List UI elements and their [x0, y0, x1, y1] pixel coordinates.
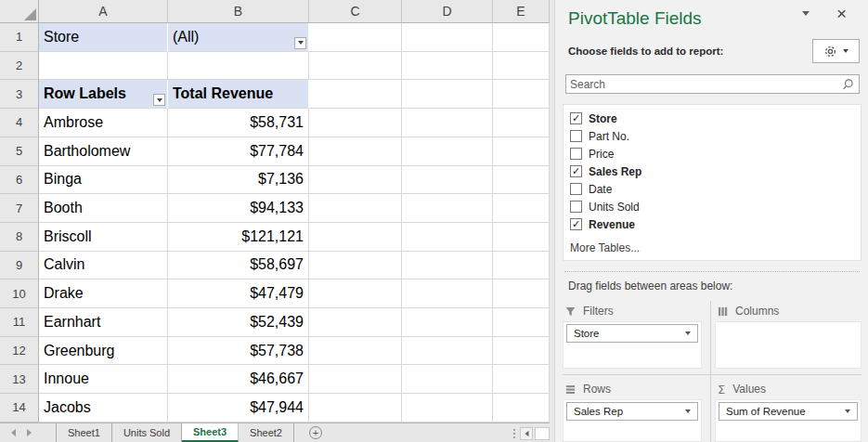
- row-header[interactable]: 4: [0, 109, 39, 137]
- cell-c6[interactable]: [309, 166, 402, 195]
- cell-a5[interactable]: Bartholomew: [39, 137, 168, 166]
- tools-button[interactable]: [812, 39, 860, 63]
- cell-a14[interactable]: Jacobs: [39, 394, 168, 422]
- cell-b4[interactable]: $58,731: [168, 109, 309, 137]
- filters-drop-zone[interactable]: Store: [563, 321, 702, 369]
- field-row-sales-rep[interactable]: Sales Rep: [564, 162, 861, 180]
- checkbox-icon[interactable]: [570, 148, 582, 160]
- checkbox-icon[interactable]: [570, 218, 582, 230]
- row-header[interactable]: 2: [0, 52, 39, 81]
- values-field-sum-of-revenue[interactable]: Sum of Revenue: [719, 402, 858, 421]
- cell-e3[interactable]: [493, 80, 550, 109]
- cell-d2[interactable]: [402, 52, 493, 81]
- cell-d12[interactable]: [402, 337, 493, 366]
- cell-e14[interactable]: [493, 394, 550, 422]
- cell-e11[interactable]: [493, 308, 550, 337]
- row-labels-filter-button[interactable]: [153, 94, 165, 106]
- field-search-box[interactable]: [565, 74, 860, 94]
- cell-c5[interactable]: [309, 137, 402, 166]
- row-header[interactable]: 12: [0, 337, 39, 366]
- new-sheet-icon[interactable]: +: [309, 426, 322, 439]
- cell-c1[interactable]: [309, 23, 402, 52]
- cell-e10[interactable]: [493, 280, 550, 308]
- prev-sheet-icon[interactable]: [11, 429, 16, 436]
- cell-a9[interactable]: Calvin: [39, 252, 168, 280]
- cell-e4[interactable]: [493, 109, 550, 137]
- row-header[interactable]: 14: [0, 394, 39, 422]
- cell-c3[interactable]: [309, 80, 402, 109]
- rows-field-sales-rep[interactable]: Sales Rep: [566, 402, 698, 421]
- column-header-c[interactable]: C: [309, 0, 402, 23]
- column-header-a[interactable]: A: [39, 0, 168, 23]
- cell-a8[interactable]: Briscoll: [39, 223, 168, 252]
- column-header-d[interactable]: D: [402, 0, 493, 23]
- field-row-units-sold[interactable]: Units Sold: [564, 198, 861, 215]
- cell-d6[interactable]: [402, 166, 493, 195]
- cell-d4[interactable]: [402, 109, 493, 137]
- more-tables-link[interactable]: More Tables...: [564, 241, 861, 254]
- cell-a2[interactable]: [39, 52, 168, 81]
- horizontal-scrollbar[interactable]: [535, 427, 550, 440]
- cell-b12[interactable]: $57,738: [168, 337, 309, 366]
- cell-a7[interactable]: Booth: [39, 194, 168, 223]
- cell-d3[interactable]: [402, 80, 493, 109]
- cell-b1-all[interactable]: (All): [168, 23, 309, 52]
- cell-b9[interactable]: $58,697: [168, 252, 309, 280]
- field-row-part-no[interactable]: Part No.: [564, 127, 861, 145]
- checkbox-icon[interactable]: [570, 201, 582, 213]
- cell-a1-store[interactable]: Store: [39, 23, 168, 52]
- select-all-corner[interactable]: [0, 0, 39, 23]
- row-header[interactable]: 7: [0, 194, 39, 223]
- row-header[interactable]: 9: [0, 252, 39, 280]
- field-row-revenue[interactable]: Revenue: [564, 215, 861, 233]
- cell-d1[interactable]: [402, 23, 493, 52]
- cell-c11[interactable]: [309, 308, 402, 337]
- row-header[interactable]: 1: [0, 23, 39, 52]
- search-input[interactable]: [566, 78, 841, 91]
- cell-d11[interactable]: [402, 308, 493, 337]
- cell-b7[interactable]: $94,133: [168, 194, 309, 223]
- row-header[interactable]: 10: [0, 280, 39, 308]
- cell-b5[interactable]: $77,784: [168, 137, 309, 166]
- cell-e1[interactable]: [493, 23, 550, 52]
- cell-c8[interactable]: [309, 223, 402, 252]
- cell-d10[interactable]: [402, 280, 493, 308]
- cell-a3-row-labels[interactable]: Row Labels: [39, 80, 168, 109]
- cell-c14[interactable]: [309, 394, 402, 422]
- cell-b10[interactable]: $47,479: [168, 280, 309, 308]
- cell-e6[interactable]: [493, 166, 550, 195]
- sheet-tab-sheet2[interactable]: Sheet2: [239, 423, 294, 442]
- cell-a4[interactable]: Ambrose: [39, 109, 168, 137]
- cell-a6[interactable]: Binga: [39, 166, 168, 195]
- cell-d7[interactable]: [402, 194, 493, 223]
- checkbox-icon[interactable]: [570, 183, 582, 195]
- column-header-b[interactable]: B: [168, 0, 309, 23]
- sheet-tab-sheet1[interactable]: Sheet1: [56, 423, 112, 442]
- cell-d9[interactable]: [402, 252, 493, 280]
- cell-a13[interactable]: Innoue: [39, 365, 168, 394]
- cell-c4[interactable]: [309, 109, 402, 137]
- rows-drop-zone[interactable]: Sales Rep: [563, 399, 702, 442]
- column-header-e[interactable]: E: [493, 0, 550, 23]
- hscroll-left-icon[interactable]: [520, 427, 533, 440]
- cell-a10[interactable]: Drake: [39, 280, 168, 308]
- cell-e13[interactable]: [493, 365, 550, 394]
- cell-c9[interactable]: [309, 252, 402, 280]
- field-row-date[interactable]: Date: [564, 180, 861, 198]
- field-row-price[interactable]: Price: [564, 145, 861, 162]
- cell-a11[interactable]: Earnhart: [39, 308, 168, 337]
- checkbox-icon[interactable]: [570, 112, 582, 124]
- cell-d8[interactable]: [402, 223, 493, 252]
- cell-e5[interactable]: [493, 137, 550, 166]
- cell-c10[interactable]: [309, 280, 402, 308]
- cell-d14[interactable]: [402, 394, 493, 422]
- row-header[interactable]: 5: [0, 137, 39, 166]
- columns-drop-zone[interactable]: [715, 321, 862, 369]
- filters-field-store[interactable]: Store: [566, 324, 698, 343]
- next-sheet-icon[interactable]: [27, 429, 32, 436]
- cell-c12[interactable]: [309, 337, 402, 366]
- cell-e8[interactable]: [493, 223, 550, 252]
- field-row-store[interactable]: Store: [564, 110, 861, 127]
- sheet-tab-sheet3[interactable]: Sheet3: [182, 423, 239, 442]
- row-header[interactable]: 3: [0, 80, 39, 109]
